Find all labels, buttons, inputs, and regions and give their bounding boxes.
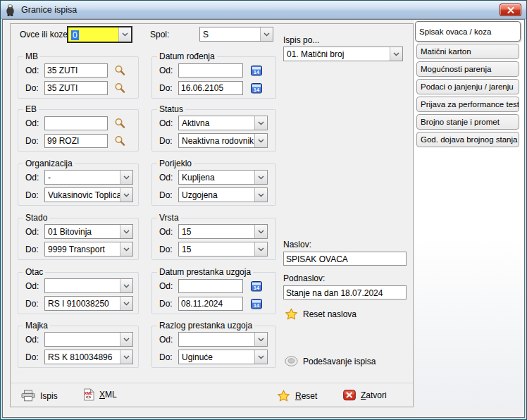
svg-text:14: 14 xyxy=(254,87,260,93)
print-settings-icon xyxy=(285,356,298,366)
do-label: Do: xyxy=(25,352,44,362)
od-label: Od: xyxy=(159,173,178,183)
group-vrsta: Vrsta Od: 15 Do: 15 xyxy=(151,218,276,260)
do-label: Do: xyxy=(25,83,44,93)
podesavanje-ispisa-button[interactable]: Podešavanje ispisa xyxy=(285,356,376,366)
svg-text:<>: <> xyxy=(86,395,92,400)
status-do-combo[interactable]: Neaktivna rodovnik xyxy=(178,133,268,148)
razlog-prestanka-do-combo[interactable]: Uginuće xyxy=(178,350,268,364)
group-otac: Otac Od: Do: RS I 910038250 xyxy=(18,272,139,314)
reset-naslova-button[interactable]: Reset naslova xyxy=(285,308,356,320)
chevron-down-icon xyxy=(123,284,130,288)
group-label: Stado xyxy=(23,213,49,223)
otac-od-combo[interactable] xyxy=(44,278,133,293)
xml-file-icon: XML<> xyxy=(83,388,94,401)
group-datum-prestanka-uzgoja: Datum prestanka uzgoja Od: 14 Do: 14 xyxy=(151,272,276,314)
close-button[interactable] xyxy=(500,4,521,16)
group-status: Status Od: Aktivna Do: Neaktivna rodovni… xyxy=(151,109,276,152)
titlebar: Granice ispisa xyxy=(1,1,526,19)
status-od-combo[interactable]: Aktivna xyxy=(178,116,268,130)
datum-prestanka-od-input[interactable] xyxy=(178,279,243,293)
od-label: Od: xyxy=(159,335,178,345)
vrsta-do-combo[interactable]: 15 xyxy=(178,242,268,257)
otac-do-combo[interactable]: RS I 910038250 xyxy=(44,296,133,311)
calendar-icon[interactable]: 14 xyxy=(251,280,263,292)
ispis-button[interactable]: Ispis xyxy=(21,390,58,402)
spol-combo[interactable]: S xyxy=(199,27,273,42)
chevron-down-icon xyxy=(122,32,128,37)
stado-od-combo[interactable]: 01 Bitovinja xyxy=(44,224,133,239)
organizacija-od-combo[interactable]: - xyxy=(44,170,133,185)
search-icon[interactable] xyxy=(113,64,126,77)
mb-od-input[interactable] xyxy=(44,63,108,78)
chevron-down-icon xyxy=(123,302,130,306)
ispis-po-combo[interactable]: 01. Matični broj xyxy=(283,47,403,61)
do-label: Do: xyxy=(159,352,178,362)
chevron-down-icon xyxy=(258,139,264,143)
tab-brojno-stanje-i-promet[interactable]: Brojno stanje i promet xyxy=(416,114,519,130)
podnaslov-label: Podnaslov: xyxy=(283,273,325,283)
majka-od-combo[interactable] xyxy=(44,332,133,347)
naslov-input[interactable] xyxy=(283,252,407,266)
species-value: 0 xyxy=(71,30,79,40)
svg-text:14: 14 xyxy=(254,69,260,75)
naslov-label: Naslov: xyxy=(283,240,311,249)
vrsta-od-combo[interactable]: 15 xyxy=(178,224,268,239)
od-label: Od: xyxy=(159,118,178,128)
majka-do-combo[interactable]: RS K 810034896 xyxy=(44,350,133,364)
porijeklo-do-combo[interactable]: Uzgojena xyxy=(178,187,268,202)
species-combo[interactable]: 0 xyxy=(67,26,132,43)
search-icon[interactable] xyxy=(113,82,126,94)
star-icon xyxy=(277,390,290,402)
close-icon xyxy=(507,7,514,13)
stado-do-combo[interactable]: 9999 Transport xyxy=(44,242,133,257)
group-label: Vrsta xyxy=(157,213,181,223)
ispis-po-label: Ispis po... xyxy=(283,35,319,45)
reset-button[interactable]: Reset xyxy=(277,390,317,402)
search-icon[interactable] xyxy=(113,117,126,130)
group-label: Otac xyxy=(23,267,45,277)
group-label: Organizacija xyxy=(23,159,75,168)
datum-prestanka-do-input[interactable] xyxy=(178,297,243,311)
xml-button[interactable]: XML<> XML xyxy=(83,388,117,401)
zatvori-button[interactable]: Zatvori xyxy=(343,390,387,401)
svg-text:14: 14 xyxy=(254,302,260,309)
mb-do-input[interactable] xyxy=(44,81,108,95)
calendar-icon[interactable]: 14 xyxy=(251,82,263,94)
chevron-down-icon xyxy=(258,230,264,234)
calendar-icon[interactable]: 14 xyxy=(251,65,263,76)
tab-god-dojava-brojnog-stanja[interactable]: God. dojava brojnog stanja xyxy=(416,132,519,147)
group-label: MB xyxy=(23,51,40,61)
chevron-down-icon xyxy=(258,338,264,342)
eb-od-input[interactable] xyxy=(44,116,108,130)
tab-prijava-za-performance-test[interactable]: Prijava za performance test xyxy=(416,97,519,112)
group-label: Majka xyxy=(23,321,50,331)
tab-spisak-ovaca-koza[interactable]: Spisak ovaca / koza xyxy=(415,21,521,42)
podnaslov-input[interactable] xyxy=(283,285,407,299)
chevron-down-icon xyxy=(264,32,270,37)
razlog-prestanka-od-combo[interactable] xyxy=(178,332,268,347)
tab-mogucnosti-parenja[interactable]: Mogućnosti parenja xyxy=(416,61,519,77)
datum-rodjenja-od-input[interactable] xyxy=(178,63,243,78)
do-label: Do: xyxy=(159,299,178,309)
ispis-po-value: 01. Matični broj xyxy=(284,47,390,61)
tab-maticni-karton[interactable]: Matični karton xyxy=(416,44,519,59)
group-porijeklo: Porijeklo Od: Kupljena Do: Uzgojena xyxy=(151,163,276,206)
datum-rodjenja-do-input[interactable] xyxy=(178,81,243,95)
eb-do-input[interactable] xyxy=(44,134,108,148)
search-icon[interactable] xyxy=(113,135,126,147)
chevron-down-icon xyxy=(258,193,264,197)
porijeklo-od-combo[interactable]: Kupljena xyxy=(178,170,268,185)
chevron-down-icon xyxy=(258,121,264,125)
do-label: Do: xyxy=(25,299,44,309)
group-label: Razlog prestanka uzgoja xyxy=(157,321,254,331)
tab-podaci-o-janjenju-jarenju[interactable]: Podaci o janjenju / jarenju xyxy=(416,79,519,94)
od-label: Od: xyxy=(25,173,44,183)
do-label: Do: xyxy=(159,136,178,146)
calendar-icon[interactable]: 14 xyxy=(251,298,263,309)
do-label: Do: xyxy=(159,245,178,254)
chevron-down-icon xyxy=(123,355,130,359)
organizacija-do-combo[interactable]: Vukasinovic Toplica xyxy=(44,187,133,202)
od-label: Od: xyxy=(159,281,178,291)
do-label: Do: xyxy=(25,245,44,254)
